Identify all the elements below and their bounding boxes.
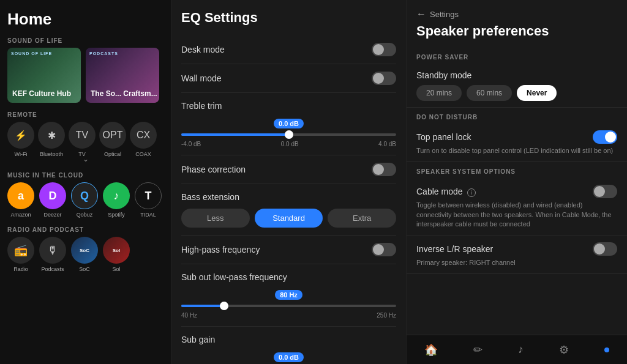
wall-mode-label: Wall mode — [181, 73, 222, 83]
highpass-row: High-pass frequency — [181, 236, 396, 264]
qobuz-label: Qobuz — [77, 212, 93, 218]
nav-edit-icon[interactable]: ✏ — [473, 343, 482, 357]
bass-standard-button[interactable]: Standard — [255, 209, 323, 228]
media-card-1[interactable]: SOUND OF LIFE KEF Culture Hub — [7, 48, 81, 103]
treble-trim-label: Treble trim — [181, 101, 222, 111]
bass-extra-button[interactable]: Extra — [328, 209, 396, 228]
amazon-icon: a — [7, 182, 34, 209]
sub-gain-row: Sub gain 0.0 dB — [181, 327, 396, 364]
nav-music-icon[interactable]: ♪ — [518, 343, 524, 356]
spotify-icon: ♪ — [103, 182, 130, 209]
sub-gain-bubble: 0.0 dB — [274, 352, 304, 362]
sound-of-life-section: SOUND OF LIFE SOUND OF LIFE KEF Culture … — [7, 37, 163, 103]
cable-mode-toggle[interactable] — [593, 185, 617, 198]
inverse-lr-toggle[interactable] — [593, 242, 617, 256]
remote-icons: ⚡ Wi-Fi ✱ Bluetooth TV TV OPT Optical CX… — [7, 122, 163, 157]
media-card-2[interactable]: PODCASTS The So... Craftsm... — [86, 48, 159, 103]
nav-settings-icon[interactable]: ⚙ — [559, 343, 569, 357]
nav-dot-indicator — [604, 347, 609, 352]
soc-label: SoC — [79, 266, 90, 272]
remote-bluetooth[interactable]: ✱ Bluetooth — [38, 122, 65, 157]
cable-mode-label: Cable mode i — [416, 187, 476, 197]
nav-home-icon[interactable]: 🏠 — [424, 343, 438, 357]
highpass-toggle[interactable] — [372, 243, 396, 256]
wifi-label: Wi-Fi — [15, 151, 28, 157]
do-not-disturb-label: DO NOT DISTURB — [407, 108, 627, 124]
bass-extension-label: Bass extension — [181, 192, 239, 202]
treble-slider-track[interactable] — [181, 133, 396, 136]
tv-icon: TV — [69, 122, 96, 149]
sub-lowpass-max-label: 250 Hz — [377, 312, 396, 319]
remote-coax[interactable]: CX COAX — [130, 122, 157, 157]
wall-mode-toggle[interactable] — [372, 72, 396, 85]
sol-icon: Sol — [103, 237, 130, 264]
bluetooth-label: Bluetooth — [40, 151, 63, 157]
deezer-icon: D — [39, 182, 66, 209]
amazon-label: Amazon — [10, 212, 31, 218]
card1-title: KEF Culture Hub — [12, 89, 71, 98]
desk-mode-row: Desk mode — [181, 35, 396, 64]
remote-wifi[interactable]: ⚡ Wi-Fi — [7, 122, 34, 157]
home-title: Home — [7, 10, 163, 29]
home-panel: Home SOUND OF LIFE SOUND OF LIFE KEF Cul… — [0, 0, 171, 364]
remote-section: REMOTE ⚡ Wi-Fi ✱ Bluetooth TV TV OPT Opt… — [7, 111, 163, 163]
eq-title: EQ Settings — [181, 10, 396, 26]
optical-label: Optical — [104, 151, 121, 157]
phase-correction-label: Phase correction — [181, 165, 246, 174]
desk-mode-toggle[interactable] — [372, 43, 396, 56]
remote-label: REMOTE — [7, 111, 163, 118]
sub-gain-slider-container: 0.0 dB — [181, 352, 396, 364]
podcasts-label: Podcasts — [41, 266, 64, 272]
radio-icons: 📻 Radio 🎙 Podcasts SoC SoC Sol Sol — [7, 237, 163, 272]
bluetooth-icon: ✱ — [38, 122, 65, 149]
radio-item[interactable]: 📻 Radio — [7, 237, 34, 272]
sol-item[interactable]: Sol Sol — [103, 237, 130, 272]
back-arrow-icon: ← — [416, 9, 426, 20]
remote-tv[interactable]: TV TV — [69, 122, 96, 157]
sub-gain-label: Sub gain — [181, 335, 215, 344]
phase-correction-toggle[interactable] — [372, 163, 396, 176]
amazon-item[interactable]: a Amazon — [7, 182, 34, 218]
tidal-icon: T — [135, 182, 162, 209]
treble-value-bubble: 0.0 dB — [274, 119, 304, 128]
top-panel-lock-toggle[interactable] — [593, 130, 617, 144]
radio-label-text: Radio — [13, 266, 28, 272]
treble-mid-label: 0.0 dB — [281, 141, 299, 147]
remote-optical[interactable]: OPT Optical — [99, 122, 126, 157]
card2-logo: PODCASTS — [89, 51, 118, 56]
spotify-item[interactable]: ♪ Spotify — [103, 182, 130, 218]
highpass-label: High-pass frequency — [181, 245, 260, 254]
podcasts-item[interactable]: 🎙 Podcasts — [39, 237, 66, 272]
treble-trim-row: Treble trim 0.0 dB -4.0 dB 0.0 dB 4.0 dB — [181, 93, 396, 155]
top-panel-lock-row: Top panel lock Turn on to disable top pa… — [407, 124, 627, 162]
qobuz-item[interactable]: Q Qobuz — [71, 182, 98, 218]
coax-label: COAX — [135, 151, 151, 157]
settings-panel: ← Settings Speaker preferences POWER SAV… — [407, 0, 627, 364]
wifi-icon: ⚡ — [7, 122, 34, 149]
sub-lowpass-track[interactable] — [181, 305, 396, 307]
deezer-label: Deezer — [43, 212, 61, 218]
inverse-lr-label: Inverse L/R speaker — [416, 244, 493, 254]
music-section: MUSIC IN THE CLOUD a Amazon D Deezer Q Q… — [7, 172, 163, 218]
soc-item[interactable]: SoC SoC — [71, 237, 98, 272]
cable-mode-desc: Toggle between wireless (disabled) and w… — [416, 201, 617, 229]
coax-icon: CX — [130, 122, 157, 149]
top-panel-lock-desc: Turn on to disable top panel control (LE… — [416, 146, 617, 155]
standby-never-button[interactable]: Never — [517, 85, 557, 101]
settings-back[interactable]: ← Settings — [416, 9, 617, 20]
sub-lowpass-min-label: 40 Hz — [181, 312, 197, 319]
music-label: MUSIC IN THE CLOUD — [7, 172, 163, 179]
treble-max-label: 4.0 dB — [378, 141, 396, 147]
deezer-item[interactable]: D Deezer — [39, 182, 66, 218]
optical-icon: OPT — [99, 122, 126, 149]
bass-extension-row: Bass extension Less Standard Extra — [181, 184, 396, 236]
tidal-item[interactable]: T TIDAL — [135, 182, 162, 218]
bass-less-button[interactable]: Less — [181, 209, 250, 228]
wall-mode-row: Wall mode — [181, 64, 396, 93]
standby-60min-button[interactable]: 60 mins — [467, 85, 512, 101]
inverse-lr-row: Inverse L/R speaker Primary speaker: RIG… — [407, 236, 627, 274]
settings-title: Speaker preferences — [416, 23, 617, 39]
cable-mode-info-icon[interactable]: i — [467, 188, 476, 197]
standby-20min-button[interactable]: 20 mins — [416, 85, 462, 101]
desk-mode-label: Desk mode — [181, 45, 225, 54]
